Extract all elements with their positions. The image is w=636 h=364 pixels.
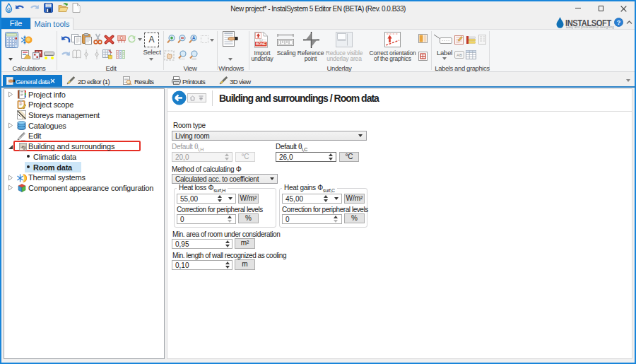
svg-text:BONE: BONE xyxy=(256,42,266,46)
svg-text:AB: AB xyxy=(457,53,462,57)
svg-text:A: A xyxy=(192,35,196,40)
